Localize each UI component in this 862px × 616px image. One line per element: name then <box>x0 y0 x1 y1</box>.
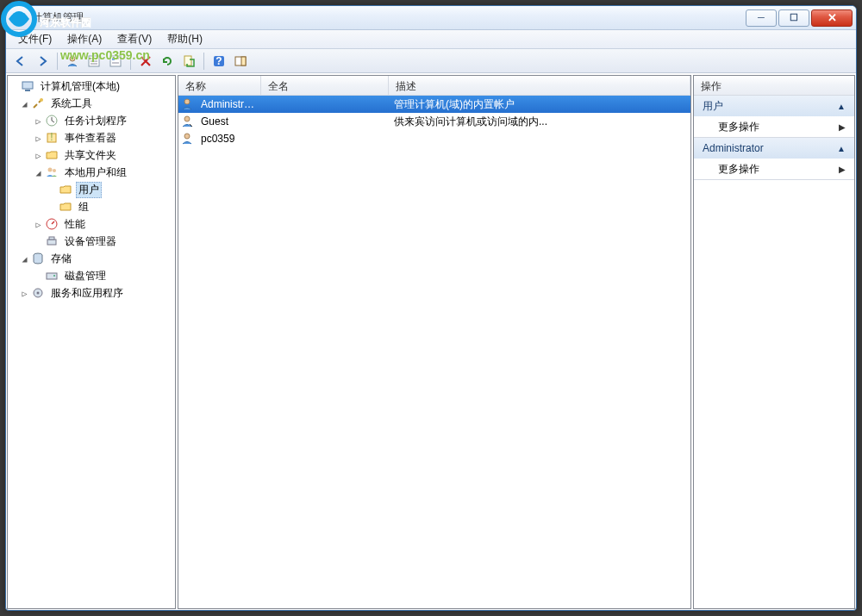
collapse-icon: ▲ <box>837 144 846 153</box>
action-pane: 操作 用户 ▲ 更多操作 ▶ Administrator ▲ 更多操作 <box>693 75 855 609</box>
cell-description: 管理计算机(域)的内置帐户 <box>390 97 690 112</box>
menu-file[interactable]: 文件(F) <box>11 30 59 48</box>
app-icon <box>13 11 27 25</box>
services-icon <box>31 286 45 300</box>
forward-button[interactable] <box>33 52 52 71</box>
tree-system-tools[interactable]: ◢ 系统工具 <box>8 95 175 112</box>
chevron-right-icon: ▶ <box>839 122 846 132</box>
column-fullname[interactable]: 全名 <box>261 76 389 95</box>
user-icon <box>180 115 194 128</box>
tree-services-apps[interactable]: ▷ 服务和应用程序 <box>8 284 175 302</box>
svg-rect-3 <box>17 22 22 24</box>
close-button[interactable]: ✕ <box>811 9 853 27</box>
performance-icon <box>45 217 59 231</box>
svg-point-24 <box>48 168 53 172</box>
action-group-administrator: Administrator ▲ 更多操作 ▶ <box>694 138 854 180</box>
content-area: ▷ 计算机管理(本地) ◢ 系统工具 ▷ 任务计划程序 ▷ ! 事 <box>6 73 856 610</box>
clock-icon <box>45 114 59 128</box>
svg-rect-9 <box>110 56 121 66</box>
storage-icon <box>31 252 45 265</box>
tree-users[interactable]: ▷ 用户 <box>8 181 175 198</box>
tree-shared-folders[interactable]: ▷ 共享文件夹 <box>8 146 175 164</box>
tree-root[interactable]: ▷ 计算机管理(本地) <box>8 78 175 95</box>
show-action-pane-button[interactable] <box>231 52 250 71</box>
menu-action[interactable]: 操作(A) <box>60 30 109 48</box>
toolbar: ? <box>6 49 856 73</box>
tree-task-scheduler[interactable]: ▷ 任务计划程序 <box>8 112 175 129</box>
menu-view[interactable]: 查看(V) <box>110 30 159 48</box>
toolbar-separator <box>203 53 204 70</box>
users-icon <box>45 165 59 179</box>
action-group-title: 用户 <box>703 99 723 114</box>
menu-help[interactable]: 帮助(H) <box>160 30 209 48</box>
column-description[interactable]: 描述 <box>389 76 690 95</box>
title-bar: 计算机管理 ─ ☐ ✕ <box>6 6 856 30</box>
chevron-right-icon: ▶ <box>839 165 846 174</box>
svg-rect-19 <box>25 90 30 91</box>
tree-label: 服务和应用程序 <box>48 285 126 302</box>
disk-icon <box>45 269 59 283</box>
folder-icon <box>59 183 72 196</box>
cell-name: Guest <box>197 115 263 128</box>
folder-icon <box>59 200 72 214</box>
column-name[interactable]: 名称 <box>178 76 261 95</box>
minimize-button[interactable]: ─ <box>746 9 777 27</box>
menu-bar: 文件(F) 操作(A) 查看(V) 帮助(H) <box>6 30 856 49</box>
back-button[interactable] <box>11 52 30 71</box>
tree-groups[interactable]: ▷ 组 <box>8 198 175 215</box>
action-group-users: 用户 ▲ 更多操作 ▶ <box>694 96 854 138</box>
list-pane: 名称 全名 描述 Administrat... 管理计算机(域)的内置帐户 Gu… <box>178 75 691 609</box>
tree-label: 存储 <box>48 251 74 267</box>
tree-disk-management[interactable]: ▷ 磁盘管理 <box>8 267 175 284</box>
tree-event-viewer[interactable]: ▷ ! 事件查看器 <box>8 129 175 146</box>
computer-icon <box>21 79 34 93</box>
tree-label: 组 <box>76 199 91 215</box>
tree-storage[interactable]: ◢ 存储 <box>8 250 175 267</box>
refresh-button[interactable] <box>158 52 177 71</box>
details-button[interactable] <box>84 52 103 71</box>
new-user-button[interactable] <box>63 52 82 71</box>
action-more-administrator[interactable]: 更多操作 ▶ <box>694 159 854 179</box>
properties-button[interactable] <box>106 52 125 71</box>
tree-label: 任务计划程序 <box>62 113 129 129</box>
list-row[interactable]: Guest 供来宾访问计算机或访问域的内... <box>178 113 690 130</box>
tree-label: 事件查看器 <box>62 130 119 146</box>
svg-rect-13 <box>184 56 191 65</box>
tree-performance[interactable]: ▷ 性能 <box>8 215 175 233</box>
shared-folder-icon <box>45 148 59 162</box>
svg-point-34 <box>184 99 190 104</box>
tree-label: 系统工具 <box>48 96 95 112</box>
action-group-title: Administrator <box>703 142 764 154</box>
list-header: 名称 全名 描述 <box>178 76 690 96</box>
list-row[interactable]: pc0359 <box>178 130 690 147</box>
svg-point-36 <box>184 134 190 139</box>
tree-label: 计算机管理(本地) <box>38 78 122 95</box>
tree-label: 用户 <box>76 182 102 198</box>
collapse-icon: ▲ <box>837 102 846 111</box>
window-title: 计算机管理 <box>32 10 744 25</box>
action-more-users[interactable]: 更多操作 ▶ <box>694 116 854 137</box>
svg-rect-2 <box>15 14 25 22</box>
tree-label: 磁盘管理 <box>62 268 109 284</box>
tree-label: 本地用户和组 <box>62 165 129 181</box>
user-icon <box>180 132 194 146</box>
svg-point-31 <box>53 275 55 277</box>
help-button[interactable]: ? <box>209 52 228 71</box>
svg-rect-17 <box>241 57 246 65</box>
action-link-label: 更多操作 <box>718 162 759 177</box>
svg-point-33 <box>37 292 40 295</box>
computer-management-window: 计算机管理 ─ ☐ ✕ 文件(F) 操作(A) 查看(V) 帮助(H) ? <box>5 5 857 611</box>
export-button[interactable] <box>179 52 198 71</box>
delete-button[interactable] <box>136 52 155 71</box>
tree-device-manager[interactable]: ▷ 设备管理器 <box>8 233 175 250</box>
svg-text:!: ! <box>50 131 53 143</box>
action-group-head-administrator[interactable]: Administrator ▲ <box>694 138 854 159</box>
action-group-head-users[interactable]: 用户 ▲ <box>694 96 854 116</box>
cell-description: 供来宾访问计算机或访问域的内... <box>390 115 690 129</box>
svg-text:?: ? <box>216 55 222 67</box>
maximize-button[interactable]: ☐ <box>778 9 809 27</box>
tree-label: 共享文件夹 <box>62 147 119 164</box>
list-row[interactable]: Administrat... 管理计算机(域)的内置帐户 <box>178 96 690 113</box>
list-body: Administrat... 管理计算机(域)的内置帐户 Guest 供来宾访问… <box>178 96 690 608</box>
tree-local-users-groups[interactable]: ◢ 本地用户和组 <box>8 164 175 181</box>
